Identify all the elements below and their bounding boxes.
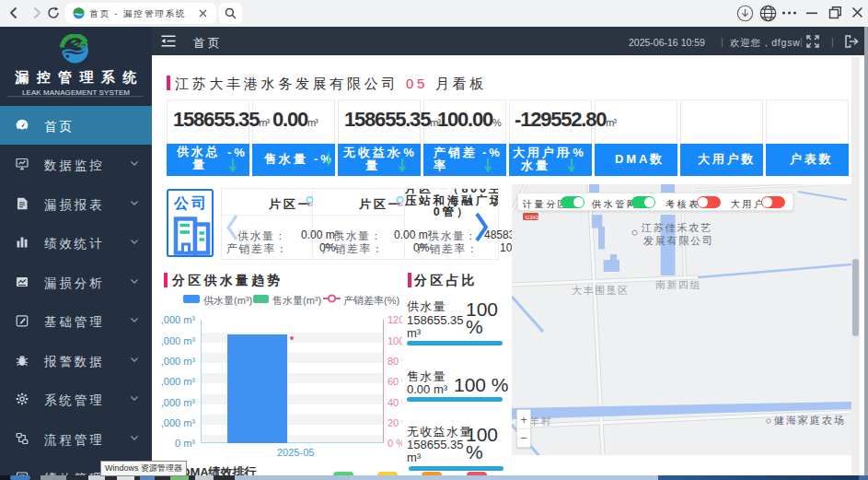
svg-text:发展有限公司: 发展有限公司 — [643, 235, 714, 246]
svg-text:江苏佳禾农艺: 江苏佳禾农艺 — [641, 222, 712, 233]
svg-text:羊村: 羊村 — [529, 416, 552, 427]
svg-text:健海家庭农场: 健海家庭农场 — [773, 415, 846, 426]
svg-text:南新四组: 南新四组 — [655, 279, 701, 290]
svg-text:G343: G343 — [526, 215, 539, 220]
svg-text:大丰围垦区: 大丰围垦区 — [572, 285, 630, 296]
